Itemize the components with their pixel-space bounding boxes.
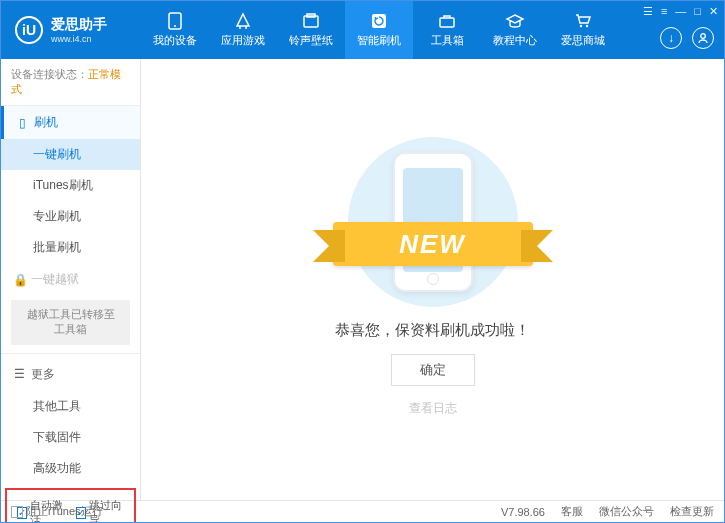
- sidebar-section-more[interactable]: ☰ 更多: [1, 358, 140, 391]
- nav-tabs: 我的设备 应用游戏 铃声壁纸 智能刷机 工具箱 教程中心 爱思商城: [141, 1, 617, 59]
- nav-tab-apps[interactable]: 应用游戏: [209, 1, 277, 59]
- nav-tab-device[interactable]: 我的设备: [141, 1, 209, 59]
- svg-point-1: [174, 25, 176, 27]
- check-update-link[interactable]: 检查更新: [670, 504, 714, 519]
- more-icon: ☰: [13, 367, 25, 381]
- sidebar-item-batch[interactable]: 批量刷机: [1, 232, 140, 263]
- svg-rect-5: [440, 18, 454, 27]
- phone-icon: [165, 12, 185, 30]
- jailbreak-notice: 越狱工具已转移至 工具箱: [11, 300, 130, 345]
- download-icon[interactable]: ↓: [660, 27, 682, 49]
- main-content: NEW 恭喜您，保资料刷机成功啦！ 确定 查看日志: [141, 59, 724, 500]
- checkbox-icon: ✓: [11, 506, 23, 518]
- nav-tab-tutorials[interactable]: 教程中心: [481, 1, 549, 59]
- maximize-icon[interactable]: □: [694, 5, 701, 18]
- logo-area: iU 爱思助手 www.i4.cn: [1, 16, 141, 44]
- connection-status: 设备连接状态：正常模式: [1, 59, 140, 106]
- app-title: 爱思助手: [51, 16, 107, 34]
- new-ribbon: NEW: [333, 222, 533, 266]
- apps-icon: [233, 12, 253, 30]
- svg-point-6: [580, 25, 582, 27]
- success-illustration: NEW: [333, 142, 533, 307]
- svg-point-8: [701, 34, 706, 39]
- sidebar-item-othertools[interactable]: 其他工具: [1, 391, 140, 422]
- nav-tab-tools[interactable]: 工具箱: [413, 1, 481, 59]
- wechat-link[interactable]: 微信公众号: [599, 504, 654, 519]
- graduation-icon: [505, 12, 525, 30]
- sidebar-item-advanced[interactable]: 高级功能: [1, 453, 140, 484]
- folder-icon: [301, 12, 321, 30]
- sidebar: 设备连接状态：正常模式 ▯ 刷机 一键刷机 iTunes刷机 专业刷机 批量刷机…: [1, 59, 141, 500]
- sidebar-section-flash[interactable]: ▯ 刷机: [1, 106, 140, 139]
- nav-tab-ringtones[interactable]: 铃声壁纸: [277, 1, 345, 59]
- menu-icon[interactable]: ☰: [643, 5, 653, 18]
- ok-button[interactable]: 确定: [391, 354, 475, 386]
- app-url: www.i4.cn: [51, 34, 107, 44]
- sidebar-section-jailbreak: 🔒 一键越狱: [1, 263, 140, 296]
- user-icon[interactable]: [692, 27, 714, 49]
- phone-small-icon: ▯: [16, 116, 28, 130]
- sidebar-item-downloadfw[interactable]: 下载固件: [1, 422, 140, 453]
- svg-rect-4: [372, 14, 386, 28]
- toolbox-icon: [437, 12, 457, 30]
- sidebar-item-pro[interactable]: 专业刷机: [1, 201, 140, 232]
- logo-icon: iU: [15, 16, 43, 44]
- support-link[interactable]: 客服: [561, 504, 583, 519]
- nav-tab-flash[interactable]: 智能刷机: [345, 1, 413, 59]
- minimize-icon[interactable]: —: [675, 5, 686, 18]
- svg-point-7: [586, 25, 588, 27]
- success-message: 恭喜您，保资料刷机成功啦！: [335, 321, 530, 340]
- close-icon[interactable]: ✕: [709, 5, 718, 18]
- lock-icon: 🔒: [13, 273, 25, 287]
- sidebar-item-oneclick[interactable]: 一键刷机: [1, 139, 140, 170]
- app-header: iU 爱思助手 www.i4.cn 我的设备 应用游戏 铃声壁纸 智能刷机 工具…: [1, 1, 724, 59]
- checkbox-block-itunes[interactable]: ✓ 阻止iTunes运行: [11, 504, 103, 519]
- view-log-link[interactable]: 查看日志: [409, 400, 457, 417]
- refresh-icon: [369, 12, 389, 30]
- sidebar-item-itunes[interactable]: iTunes刷机: [1, 170, 140, 201]
- cart-icon: [573, 12, 593, 30]
- version-label: V7.98.66: [501, 506, 545, 518]
- settings-icon[interactable]: ≡: [661, 5, 667, 18]
- window-controls: ☰ ≡ — □ ✕: [643, 5, 718, 18]
- nav-tab-store[interactable]: 爱思商城: [549, 1, 617, 59]
